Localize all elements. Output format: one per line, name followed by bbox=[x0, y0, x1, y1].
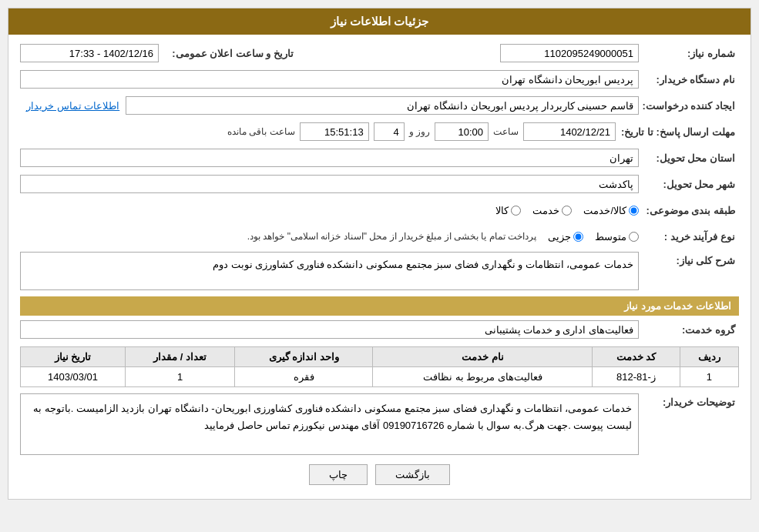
category-kala-label: کالا bbox=[495, 205, 509, 216]
deadline-date-field: 1402/12/21 bbox=[523, 122, 616, 141]
deadline-label: مهلت ارسال پاسخ: تا تاریخ: bbox=[616, 126, 739, 138]
remaining-time-value: 15:51:13 bbox=[324, 126, 364, 138]
cell-qty: 1 bbox=[126, 367, 235, 387]
category-kala-option: کالا bbox=[495, 205, 521, 216]
service-group-label: گروه خدمت: bbox=[639, 324, 739, 336]
process-jozvi-radio[interactable] bbox=[573, 232, 583, 242]
table-row: 1 ز-81-812 فعالیت‌های مربوط به نظافت فقر… bbox=[21, 367, 739, 387]
city-label: شهر محل تحویل: bbox=[639, 179, 739, 190]
buyer-org-label: نام دستگاه خریدار: bbox=[639, 74, 739, 85]
category-kala-khedmat-label: کالا/خدمت bbox=[583, 205, 626, 216]
category-kala-khedmat-radio[interactable] bbox=[629, 206, 639, 216]
cell-unit: فقره bbox=[235, 367, 373, 387]
back-button[interactable]: بازگشت bbox=[375, 464, 450, 485]
buyer-notes-label: توضیحات خریدار: bbox=[639, 393, 739, 408]
category-kala-radio[interactable] bbox=[511, 206, 521, 216]
process-label: نوع فرآیند خرید : bbox=[639, 231, 739, 243]
remaining-label: ساعت باقی مانده bbox=[227, 126, 295, 137]
cell-date: 1403/03/01 bbox=[21, 367, 126, 387]
col-date: تاریخ نیاز bbox=[21, 347, 126, 367]
cell-code: ز-81-812 bbox=[593, 367, 680, 387]
col-name: نام خدمت bbox=[373, 347, 593, 367]
buyer-notes-value: خدمات عمومی، انتظامات و نگهداری فضای سبز… bbox=[33, 403, 632, 431]
need-number-label: شماره نیاز: bbox=[639, 48, 739, 59]
process-motavaset-radio[interactable] bbox=[629, 232, 639, 242]
deadline-time-field: 10:00 bbox=[435, 122, 489, 141]
category-label: طبقه بندی موضوعی: bbox=[639, 205, 739, 216]
need-number-field: 1102095249000051 bbox=[500, 44, 639, 62]
service-group-value: فعالیت‌های اداری و خدمات پشتیبانی bbox=[485, 324, 633, 336]
city-field: پاکدشت bbox=[20, 175, 639, 193]
process-jozvi-label: جزیی bbox=[548, 231, 571, 243]
contact-link[interactable]: اطلاعات تماس خریدار bbox=[26, 100, 119, 112]
province-value: تهران bbox=[610, 152, 633, 164]
col-row: ردیف bbox=[680, 347, 738, 367]
process-motavaset-option: متوسط bbox=[595, 231, 639, 243]
col-code: کد خدمت bbox=[593, 347, 680, 367]
category-radio-group: کالا/خدمت خدمت کالا bbox=[495, 205, 639, 216]
cell-name: فعالیت‌های مربوط به نظافت bbox=[373, 367, 593, 387]
services-section-header: اطلاعات خدمات مورد نیاز bbox=[20, 296, 739, 316]
deadline-date-value: 1402/12/21 bbox=[560, 126, 610, 138]
buyer-notes-box: خدمات عمومی، انتظامات و نگهداری فضای سبز… bbox=[20, 393, 639, 455]
province-label: استان محل تحویل: bbox=[639, 152, 739, 164]
process-note: پرداخت تمام یا بخشی از مبلغ خریدار از مح… bbox=[247, 231, 536, 242]
category-khedmat-radio[interactable] bbox=[562, 206, 572, 216]
cell-row: 1 bbox=[680, 367, 738, 387]
remaining-time-field: 15:51:13 bbox=[300, 122, 369, 141]
action-buttons: بازگشت چاپ bbox=[20, 464, 739, 485]
need-desc-box: خدمات عمومی، انتظامات و نگهداری فضای سبز… bbox=[20, 252, 639, 290]
process-radio-group: متوسط جزیی bbox=[548, 231, 639, 243]
province-field: تهران bbox=[20, 149, 639, 167]
deadline-days-value: 4 bbox=[393, 126, 398, 138]
announce-date-field: 1402/12/16 - 17:33 bbox=[20, 44, 159, 62]
col-qty: تعداد / مقدار bbox=[126, 347, 235, 367]
announce-date-label: تاریخ و ساعت اعلان عمومی: bbox=[159, 48, 297, 59]
process-motavaset-label: متوسط bbox=[595, 231, 626, 243]
need-desc-value: خدمات عمومی، انتظامات و نگهداری فضای سبز… bbox=[213, 259, 633, 270]
creator-label: ایجاد کننده درخواست: bbox=[639, 100, 739, 112]
deadline-time-value: 10:00 bbox=[458, 126, 483, 138]
deadline-time-label: ساعت bbox=[493, 126, 519, 137]
city-value: پاکدشت bbox=[599, 179, 633, 190]
announce-date-value: 1402/12/16 - 17:33 bbox=[69, 48, 153, 59]
deadline-days-field: 4 bbox=[374, 122, 405, 141]
services-table-section: ردیف کد خدمت نام خدمت واحد اندازه گیری ت… bbox=[20, 346, 739, 387]
services-table: ردیف کد خدمت نام خدمت واحد اندازه گیری ت… bbox=[20, 346, 739, 387]
col-unit: واحد اندازه گیری bbox=[235, 347, 373, 367]
deadline-day-label: روز و bbox=[409, 126, 430, 137]
category-khedmat-label: خدمت bbox=[532, 205, 559, 216]
need-desc-label: شرح کلی نیاز: bbox=[639, 252, 739, 266]
creator-field: قاسم حسینی کاربردار پردیس ابوریحان دانشگ… bbox=[126, 96, 639, 115]
print-button[interactable]: چاپ bbox=[309, 464, 368, 485]
creator-value: قاسم حسینی کاربردار پردیس ابوریحان دانشگ… bbox=[407, 100, 633, 112]
category-khedmat-option: خدمت bbox=[532, 205, 572, 216]
page-title: جزئیات اطلاعات نیاز bbox=[8, 8, 751, 35]
buyer-org-field: پردیس ابوریحان دانشگاه تهران bbox=[20, 70, 639, 89]
process-jozvi-option: جزیی bbox=[548, 231, 583, 243]
need-number-value: 1102095249000051 bbox=[544, 48, 633, 59]
service-group-field: فعالیت‌های اداری و خدمات پشتیبانی bbox=[20, 320, 639, 339]
buyer-org-value: پردیس ابوریحان دانشگاه تهران bbox=[502, 74, 633, 85]
category-kala-khedmat-option: کالا/خدمت bbox=[583, 205, 639, 216]
